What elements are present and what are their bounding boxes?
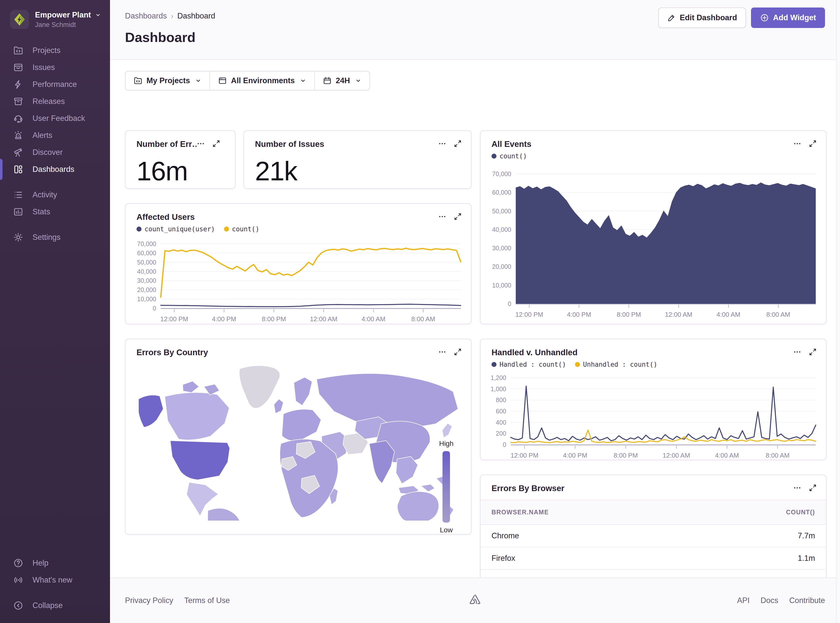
handled-unhandled-chart[interactable]: 02004006008001,0001,20012:00 PM4:00 PM8:… xyxy=(480,369,826,462)
svg-text:800: 800 xyxy=(496,396,506,404)
svg-text:40,000: 40,000 xyxy=(137,268,156,275)
chevron-down-icon xyxy=(95,12,101,18)
help-icon xyxy=(13,558,23,568)
sidebar-item-label: Discover xyxy=(32,148,63,157)
breadcrumb-dashboards-link[interactable]: Dashboards xyxy=(125,11,167,20)
svg-text:12:00 AM: 12:00 AM xyxy=(663,452,690,459)
svg-text:8:00 AM: 8:00 AM xyxy=(411,315,435,323)
sidebar-item-settings[interactable]: Settings xyxy=(0,229,110,246)
contribute-link[interactable]: Contribute xyxy=(789,596,825,605)
widget-errors-by-country: Errors By Country xyxy=(125,339,471,535)
broadcast-icon xyxy=(13,575,23,585)
environment-filter[interactable]: All Environments xyxy=(209,71,314,90)
breadcrumb-separator: › xyxy=(171,12,173,20)
sidebar-item-label: Stats xyxy=(32,207,50,216)
svg-text:10,000: 10,000 xyxy=(492,282,511,289)
sidebar-item-activity[interactable]: Activity xyxy=(0,186,110,203)
alerts-icon xyxy=(13,130,23,141)
sidebar-item-whats-new[interactable]: What's new xyxy=(0,572,110,589)
svg-text:12:00 AM: 12:00 AM xyxy=(665,311,692,318)
chevron-down-icon xyxy=(355,77,362,84)
sidebar-nav: Projects Issues Performance Releases Use… xyxy=(0,42,110,246)
svg-text:8:00 PM: 8:00 PM xyxy=(262,315,286,323)
svg-text:20,000: 20,000 xyxy=(137,286,156,293)
sidebar-item-alerts[interactable]: Alerts xyxy=(0,127,110,144)
expand-icon[interactable] xyxy=(454,348,462,356)
affected-users-chart[interactable]: 010,00020,00030,00040,00050,00060,00070,… xyxy=(126,234,471,327)
kebab-menu-icon[interactable] xyxy=(793,140,802,148)
expand-icon[interactable] xyxy=(454,212,462,221)
svg-text:10,000: 10,000 xyxy=(137,296,156,302)
sidebar-item-discover[interactable]: Discover xyxy=(0,144,110,161)
svg-text:12:00 PM: 12:00 PM xyxy=(511,452,538,459)
map-legend-high: High xyxy=(439,440,454,448)
widget-title: Handled v. Unhandled xyxy=(491,348,793,357)
legend-label: count() xyxy=(500,152,527,160)
org-switcher[interactable]: Empower Plant Jane Schmidt xyxy=(0,0,110,29)
sidebar-item-help[interactable]: Help xyxy=(0,555,110,572)
kebab-menu-icon[interactable] xyxy=(793,348,802,356)
sidebar-item-dashboards[interactable]: Dashboards xyxy=(0,161,110,178)
sidebar-item-label: Projects xyxy=(32,46,60,55)
user-feedback-icon xyxy=(13,113,23,124)
issues-icon xyxy=(13,62,23,73)
expand-icon[interactable] xyxy=(809,483,817,492)
active-accent-bar xyxy=(0,159,3,180)
widget-title: Number of Err… xyxy=(137,140,197,149)
widget-handled-v-unhandled: Handled v. Unhandled Handled : count() U… xyxy=(480,339,826,460)
calendar-icon xyxy=(323,76,332,85)
api-link[interactable]: API xyxy=(737,596,749,605)
sidebar-item-label: User Feedback xyxy=(32,114,85,123)
kebab-menu-icon[interactable] xyxy=(793,483,802,492)
svg-text:400: 400 xyxy=(496,419,506,426)
dashboards-icon xyxy=(13,164,23,175)
sidebar-item-releases[interactable]: Releases xyxy=(0,93,110,110)
terms-of-use-link[interactable]: Terms of Use xyxy=(184,596,230,605)
world-map[interactable] xyxy=(133,362,463,520)
expand-icon[interactable] xyxy=(454,140,462,148)
project-filter[interactable]: My Projects xyxy=(126,71,209,90)
edit-dashboard-label: Edit Dashboard xyxy=(680,13,737,22)
legend-dot xyxy=(491,153,497,159)
table-row[interactable]: Firefox 1.1m xyxy=(480,547,826,570)
docs-link[interactable]: Docs xyxy=(760,596,778,605)
kebab-menu-icon[interactable] xyxy=(438,348,446,356)
svg-text:12:00 PM: 12:00 PM xyxy=(515,311,543,318)
add-widget-label: Add Widget xyxy=(773,13,816,22)
expand-icon[interactable] xyxy=(212,140,220,148)
cell-browser: Firefox xyxy=(491,554,515,563)
sidebar-item-performance[interactable]: Performance xyxy=(0,76,110,93)
sidebar-item-user-feedback[interactable]: User Feedback xyxy=(0,110,110,127)
sidebar: Empower Plant Jane Schmidt Projects Issu… xyxy=(0,0,110,623)
all-events-chart[interactable]: 010,00020,00030,00040,00050,00060,00070,… xyxy=(480,161,826,324)
sidebar-collapse-button[interactable]: Collapse xyxy=(0,597,110,614)
sidebar-item-stats[interactable]: Stats xyxy=(0,203,110,220)
scrollbar[interactable] xyxy=(836,0,840,623)
svg-text:8:00 AM: 8:00 AM xyxy=(766,452,789,459)
expand-icon[interactable] xyxy=(809,140,817,148)
expand-icon[interactable] xyxy=(809,348,817,356)
table-header-row: BROWSER.NAME COUNT() xyxy=(480,500,826,525)
widget-all-events: All Events count() 010,00020,00030,00040… xyxy=(480,130,826,324)
time-range-filter[interactable]: 24H xyxy=(314,71,369,90)
chevron-down-icon xyxy=(300,77,306,84)
svg-text:1,200: 1,200 xyxy=(491,374,506,381)
kebab-menu-icon[interactable] xyxy=(438,212,446,221)
svg-text:1,000: 1,000 xyxy=(491,385,506,393)
legend-dot xyxy=(491,362,497,367)
svg-text:8:00 AM: 8:00 AM xyxy=(766,311,790,318)
sidebar-item-label: Performance xyxy=(32,80,77,89)
sidebar-item-projects[interactable]: Projects xyxy=(0,42,110,59)
svg-text:4:00 AM: 4:00 AM xyxy=(717,311,740,318)
add-widget-button[interactable]: Add Widget xyxy=(751,8,825,28)
window-icon xyxy=(218,76,227,85)
sidebar-item-label: Help xyxy=(32,559,49,568)
sidebar-item-label: Issues xyxy=(32,63,55,72)
edit-dashboard-button[interactable]: Edit Dashboard xyxy=(658,8,746,28)
table-row[interactable]: Chrome 7.7m xyxy=(480,525,826,547)
sidebar-item-issues[interactable]: Issues xyxy=(0,59,110,76)
privacy-policy-link[interactable]: Privacy Policy xyxy=(125,596,173,605)
kebab-menu-icon[interactable] xyxy=(438,140,446,148)
svg-text:4:00 PM: 4:00 PM xyxy=(567,311,591,318)
kebab-menu-icon[interactable] xyxy=(197,140,205,148)
